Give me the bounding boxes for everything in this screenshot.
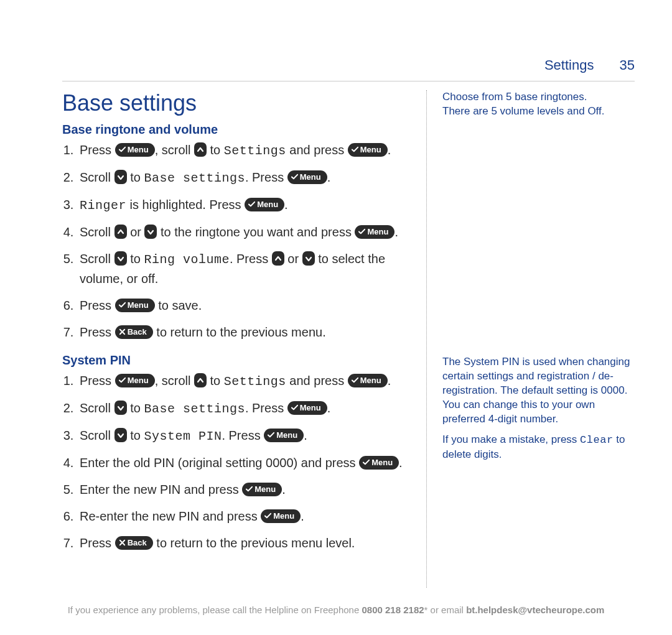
page-footer: If you experience any problems, please c… xyxy=(37,605,635,615)
list-item: Ringer is highlighted. Press Menu. xyxy=(77,195,411,215)
back-button-icon: Back xyxy=(115,536,153,550)
page-header: Settings 35 xyxy=(544,57,635,73)
menu-button-icon: Menu xyxy=(115,143,155,157)
check-icon xyxy=(248,201,255,208)
list-item: Scroll to Base settings. Press Menu. xyxy=(77,168,411,188)
back-button-icon: Back xyxy=(115,325,153,339)
menu-button-icon: Menu xyxy=(242,483,282,496)
menu-button-icon: Menu xyxy=(115,299,155,312)
section-name: Settings xyxy=(544,57,594,73)
list-item: Scroll or to the ringtone you want and p… xyxy=(77,223,411,242)
side-column: Choose from 5 base ringtones. There are … xyxy=(426,90,635,588)
side-note-paragraph: The System PIN is used when changing cer… xyxy=(442,355,635,427)
main-column: Base settings Base ringtone and volume P… xyxy=(62,90,426,588)
list-item: Re-enter the new PIN and press Menu. xyxy=(77,507,411,526)
menu-button-icon: Menu xyxy=(287,170,327,184)
list-item: Press Menu to save. xyxy=(77,296,411,315)
lcd-text: Settings xyxy=(224,144,286,158)
footer-phone: 0800 218 2182 xyxy=(362,605,424,615)
menu-button-icon: Menu xyxy=(115,374,155,387)
nav-down-icon xyxy=(114,170,127,184)
lcd-text: Base settings xyxy=(144,171,245,185)
check-icon xyxy=(352,377,358,384)
page-number: 35 xyxy=(620,57,635,73)
side-note-line: There are 5 volume levels and Off. xyxy=(442,104,635,119)
nav-up-icon xyxy=(114,225,127,239)
section-heading-systempin: System PIN xyxy=(62,353,411,368)
steps-systempin: Press Menu, scroll to Settings and press… xyxy=(62,371,411,553)
nav-down-icon xyxy=(114,428,127,442)
lcd-text: Ring volume xyxy=(144,253,230,267)
nav-down-icon xyxy=(144,225,157,239)
nav-up-icon xyxy=(194,142,207,157)
footer-email: bt.helpdesk@vtecheurope.com xyxy=(466,605,604,615)
nav-up-icon xyxy=(194,373,207,387)
check-icon xyxy=(119,377,126,384)
cross-icon xyxy=(119,539,126,546)
check-icon xyxy=(291,404,298,411)
lcd-text: Base settings xyxy=(144,402,245,416)
section-heading-ringtone: Base ringtone and volume xyxy=(62,123,411,137)
steps-ringtone: Press Menu, scroll to Settings and press… xyxy=(62,141,411,342)
side-note-ringtone: Choose from 5 base ringtones. There are … xyxy=(442,90,635,119)
menu-button-icon: Menu xyxy=(261,509,301,523)
nav-down-icon xyxy=(302,251,315,266)
check-icon xyxy=(264,512,271,519)
check-icon xyxy=(363,459,370,466)
menu-button-icon: Menu xyxy=(348,143,388,157)
list-item: Press Back to return to the previous men… xyxy=(77,534,411,553)
menu-button-icon: Menu xyxy=(348,374,388,387)
menu-button-icon: Menu xyxy=(355,225,394,239)
menu-button-icon: Menu xyxy=(264,429,304,442)
lcd-text: Clear xyxy=(580,434,614,446)
nav-down-icon xyxy=(114,401,127,415)
list-item: Enter the old PIN (original setting 0000… xyxy=(77,453,411,473)
list-item: Press Back to return to the previous men… xyxy=(77,323,411,342)
page-title: Base settings xyxy=(62,90,411,116)
check-icon xyxy=(119,146,126,153)
list-item: Scroll to Base settings. Press Menu. xyxy=(77,399,411,419)
list-item: Press Menu, scroll to Settings and press… xyxy=(77,141,411,160)
cross-icon xyxy=(119,328,126,335)
nav-down-icon xyxy=(114,251,127,266)
check-icon xyxy=(246,486,253,493)
side-note-systempin: The System PIN is used when changing cer… xyxy=(442,355,635,462)
side-note-line: Choose from 5 base ringtones. xyxy=(442,90,635,104)
header-divider xyxy=(62,81,635,81)
list-item: Scroll to System PIN. Press Menu. xyxy=(77,426,411,446)
check-icon xyxy=(119,302,126,308)
check-icon xyxy=(358,228,365,235)
menu-button-icon: Menu xyxy=(359,456,399,470)
list-item: Press Menu, scroll to Settings and press… xyxy=(77,371,411,391)
list-item: Scroll to Ring volume. Press or to selec… xyxy=(77,249,411,289)
menu-button-icon: Menu xyxy=(245,198,284,211)
nav-up-icon xyxy=(272,251,284,266)
check-icon xyxy=(268,432,274,438)
list-item: Enter the new PIN and press Menu. xyxy=(77,480,411,499)
lcd-text: System PIN xyxy=(144,429,222,443)
check-icon xyxy=(352,146,358,153)
menu-button-icon: Menu xyxy=(287,401,327,415)
check-icon xyxy=(291,174,298,180)
lcd-text: Settings xyxy=(224,374,286,389)
side-note-paragraph: If you make a mistake, press Clear to de… xyxy=(442,433,635,462)
lcd-text: Ringer xyxy=(80,198,126,213)
